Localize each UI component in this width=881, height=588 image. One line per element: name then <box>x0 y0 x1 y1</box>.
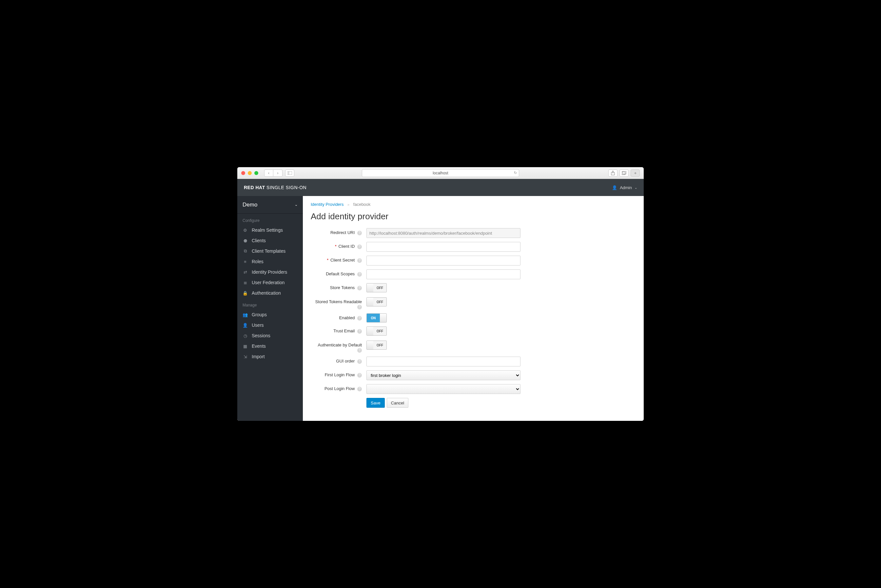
nav-icon: ⚙ <box>243 228 248 233</box>
breadcrumb-parent[interactable]: Identity Providers <box>311 202 343 207</box>
chevron-down-icon: ⌄ <box>635 186 637 189</box>
breadcrumb: Identity Providers » facebook <box>311 202 636 207</box>
sidebar-icon <box>288 171 292 175</box>
help-icon[interactable]: ? <box>357 348 362 352</box>
reload-icon[interactable]: ↻ <box>514 171 517 175</box>
sidebar: Demo ⌄ Configure⚙Realm Settings⬣Clients⧉… <box>237 196 303 421</box>
sidebar-item-authentication[interactable]: 🔒Authentication <box>237 288 303 298</box>
sidebar-item-clients[interactable]: ⬣Clients <box>237 236 303 246</box>
sidebar-item-label: Realm Settings <box>252 228 283 233</box>
close-window-icon[interactable] <box>241 171 245 175</box>
sidebar-item-users[interactable]: 👤Users <box>237 320 303 330</box>
first-login-flow-select[interactable]: first broker login <box>366 370 520 380</box>
url-bar[interactable]: localhost ↻ <box>362 169 519 177</box>
nav-icon: 👤 <box>243 323 248 328</box>
sidebar-item-label: Identity Providers <box>252 269 287 274</box>
titlebar: ‹ › localhost ↻ ＋ <box>237 167 644 179</box>
cancel-button[interactable]: Cancel <box>387 398 408 408</box>
sidebar-toggle-button[interactable] <box>285 170 294 177</box>
help-icon[interactable]: ? <box>357 244 362 249</box>
help-icon[interactable]: ? <box>357 231 362 236</box>
user-menu[interactable]: 👤 Admin ⌄ <box>612 185 637 190</box>
client-id-field[interactable] <box>366 242 520 252</box>
content: Identity Providers » facebook Add identi… <box>303 196 644 421</box>
sidebar-item-label: User Federation <box>252 280 285 285</box>
trust-email-toggle[interactable]: OFF <box>366 327 387 336</box>
sidebar-item-label: Clients <box>252 238 266 243</box>
sidebar-item-import[interactable]: ⇲Import <box>237 351 303 362</box>
store-tokens-toggle[interactable]: OFF <box>366 283 387 292</box>
nav-icon: 🔒 <box>243 291 248 296</box>
stored-tokens-readable-toggle[interactable]: OFF <box>366 297 387 306</box>
required-marker: * <box>327 258 328 262</box>
tabs-button[interactable] <box>619 170 629 177</box>
default-scopes-field[interactable] <box>366 269 520 279</box>
sidebar-item-label: Roles <box>252 259 264 264</box>
label-client-secret: Client Secret <box>330 258 355 262</box>
sidebar-item-label: Events <box>252 344 266 349</box>
required-marker: * <box>335 244 337 249</box>
breadcrumb-current: facebook <box>353 202 371 207</box>
sidebar-item-label: Groups <box>252 312 267 317</box>
forward-button[interactable]: › <box>273 170 283 177</box>
sidebar-item-label: Authentication <box>252 290 281 296</box>
gui-order-field[interactable] <box>366 357 520 366</box>
help-icon[interactable]: ? <box>357 305 362 309</box>
sidebar-item-label: Users <box>252 322 264 328</box>
nav-icon: 👥 <box>243 312 248 317</box>
sidebar-item-realm-settings[interactable]: ⚙Realm Settings <box>237 225 303 236</box>
label-auth-by-default: Authenticate by Default <box>318 342 362 347</box>
help-icon[interactable]: ? <box>357 316 362 321</box>
label-enabled: Enabled <box>339 315 355 320</box>
save-button[interactable]: Save <box>366 398 385 408</box>
nav-icon: ⇲ <box>243 354 248 359</box>
client-secret-field[interactable] <box>366 256 520 266</box>
label-redirect-uri: Redirect URI <box>330 230 355 235</box>
help-icon[interactable]: ? <box>357 387 362 392</box>
sidebar-item-sessions[interactable]: ◷Sessions <box>237 330 303 341</box>
realm-selector[interactable]: Demo ⌄ <box>237 196 303 214</box>
svg-rect-4 <box>622 172 625 175</box>
traffic-lights <box>241 171 258 175</box>
nav-icon: ◷ <box>243 333 248 338</box>
authenticate-by-default-toggle[interactable]: OFF <box>366 340 387 350</box>
redirect-uri-field[interactable] <box>366 228 520 238</box>
sidebar-section-title: Configure <box>237 214 303 225</box>
maximize-window-icon[interactable] <box>254 171 258 175</box>
share-icon <box>611 171 615 176</box>
sidebar-item-label: Sessions <box>252 333 270 338</box>
minimize-window-icon[interactable] <box>248 171 252 175</box>
sidebar-item-identity-providers[interactable]: ⇄Identity Providers <box>237 267 303 277</box>
brand-bold: RED HAT <box>244 185 265 190</box>
svg-rect-5 <box>623 171 626 174</box>
chevron-down-icon: ⌄ <box>295 202 298 207</box>
share-button[interactable] <box>608 170 617 177</box>
sidebar-item-groups[interactable]: 👥Groups <box>237 309 303 320</box>
sidebar-item-client-templates[interactable]: ⧉Client Templates <box>237 246 303 256</box>
app-body: Demo ⌄ Configure⚙Realm Settings⬣Clients⧉… <box>237 196 644 421</box>
label-gui-order: GUI order <box>336 358 355 363</box>
post-login-flow-select[interactable] <box>366 384 520 394</box>
back-button[interactable]: ‹ <box>264 170 273 177</box>
breadcrumb-separator: » <box>348 202 349 207</box>
new-tab-button[interactable]: ＋ <box>631 170 640 177</box>
nav-icon: ⬣ <box>243 238 248 243</box>
sidebar-item-roles[interactable]: ≡Roles <box>237 256 303 267</box>
help-icon[interactable]: ? <box>357 272 362 277</box>
user-name: Admin <box>620 185 632 190</box>
label-first-login-flow: First Login Flow <box>325 372 355 377</box>
help-icon[interactable]: ? <box>357 359 362 364</box>
enabled-toggle[interactable]: ON <box>366 314 387 322</box>
page-title: Add identity provider <box>311 212 636 222</box>
nav-icon: ⇄ <box>243 270 248 274</box>
sidebar-item-events[interactable]: ▦Events <box>237 341 303 351</box>
help-icon[interactable]: ? <box>357 329 362 334</box>
label-default-scopes: Default Scopes <box>326 272 355 276</box>
help-icon[interactable]: ? <box>357 373 362 378</box>
help-icon[interactable]: ? <box>357 286 362 290</box>
help-icon[interactable]: ? <box>357 258 362 263</box>
label-client-id: Client ID <box>339 244 355 249</box>
app-topbar: RED HAT SINGLE SIGN-ON 👤 Admin ⌄ <box>237 179 644 196</box>
browser-window: ‹ › localhost ↻ ＋ RED HAT SINGLE SIGN-ON… <box>237 167 644 421</box>
sidebar-item-user-federation[interactable]: ≣User Federation <box>237 277 303 288</box>
